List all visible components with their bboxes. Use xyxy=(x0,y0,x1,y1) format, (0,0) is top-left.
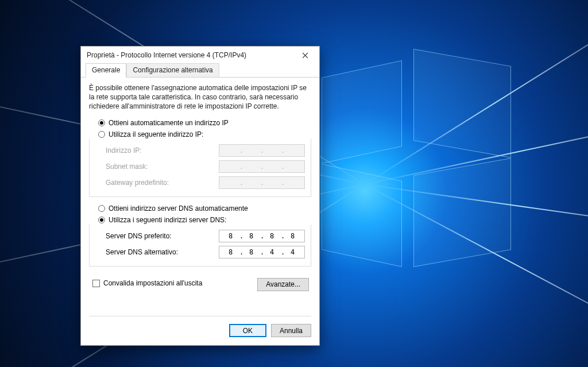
desktop-wallpaper: Proprietà - Protocollo Internet versione… xyxy=(0,0,588,367)
dialog-title: Proprietà - Protocollo Internet versione… xyxy=(87,51,294,59)
cancel-button[interactable]: Annulla xyxy=(271,324,311,337)
gateway-input: ... xyxy=(219,176,305,189)
advanced-button[interactable]: Avanzate... xyxy=(257,278,309,291)
close-button[interactable] xyxy=(294,48,316,62)
radio-icon xyxy=(98,131,105,138)
dialog-body: È possibile ottenere l'assegnazione auto… xyxy=(81,78,319,296)
dns-alternate-input[interactable]: 8. 8. 4. 4 xyxy=(219,246,305,258)
dialog-footer: OK Annulla xyxy=(81,318,319,345)
tab-alternate-config[interactable]: Configurazione alternativa xyxy=(126,63,219,78)
bottom-row: Convalida impostazioni all'uscita Avanza… xyxy=(89,272,311,291)
subnet-mask-input: ... xyxy=(219,160,305,173)
row-ip-address: Indirizzo IP: ... xyxy=(95,142,305,159)
dns-alternate-label: Server DNS alternativo: xyxy=(106,248,219,256)
validate-checkbox-row[interactable]: Convalida impostazioni all'uscita xyxy=(89,277,202,289)
row-gateway: Gateway predefinito: ... xyxy=(95,175,305,191)
radio-label: Ottieni automaticamente un indirizzo IP xyxy=(109,119,229,127)
gateway-label: Gateway predefinito: xyxy=(106,179,219,187)
tab-general[interactable]: Generale xyxy=(86,63,126,78)
ip-radio-group: Ottieni automaticamente un indirizzo IP … xyxy=(89,117,311,140)
tab-bar: Generale Configurazione alternativa xyxy=(81,64,319,78)
ip-address-input: ... xyxy=(219,144,305,157)
ip-address-label: Indirizzo IP: xyxy=(106,146,219,154)
radio-label: Utilizza il seguente indirizzo IP: xyxy=(109,130,203,138)
logo-pane xyxy=(322,164,402,267)
subnet-mask-label: Subnet mask: xyxy=(106,163,219,171)
validate-label: Convalida impostazioni all'uscita xyxy=(103,279,202,287)
radio-ip-auto[interactable]: Ottieni automaticamente un indirizzo IP xyxy=(95,117,305,129)
radio-label: Utilizza i seguenti indirizzi server DNS… xyxy=(109,216,226,224)
radio-icon xyxy=(98,217,105,223)
radio-dns-manual[interactable]: Utilizza i seguenti indirizzi server DNS… xyxy=(95,214,305,226)
row-subnet-mask: Subnet mask: ... xyxy=(95,159,305,175)
tcpip-properties-dialog: Proprietà - Protocollo Internet versione… xyxy=(80,46,320,346)
checkbox-icon xyxy=(92,280,100,287)
logo-pane xyxy=(322,60,402,164)
radio-dns-auto[interactable]: Ottieni indirizzo server DNS automaticam… xyxy=(95,203,305,214)
separator xyxy=(89,316,311,316)
description-text: È possibile ottenere l'assegnazione auto… xyxy=(89,83,311,111)
radio-icon xyxy=(98,119,105,126)
titlebar[interactable]: Proprietà - Protocollo Internet versione… xyxy=(81,47,319,64)
ok-button[interactable]: OK xyxy=(229,324,266,337)
close-icon xyxy=(302,52,308,59)
logo-pane xyxy=(413,49,511,158)
row-dns-alternate: Server DNS alternativo: 8. 8. 4. 4 xyxy=(95,244,305,260)
dns-fields-group: Server DNS preferito: 8. 8. 8. 8 Server … xyxy=(89,225,311,266)
dns-radio-group: Ottieni indirizzo server DNS automaticam… xyxy=(89,203,311,226)
row-dns-preferred: Server DNS preferito: 8. 8. 8. 8 xyxy=(95,228,305,244)
ip-fields-group: Indirizzo IP: ... Subnet mask: ... Gatew… xyxy=(89,139,311,197)
radio-icon xyxy=(98,205,105,212)
logo-pane xyxy=(413,158,511,267)
radio-ip-manual[interactable]: Utilizza il seguente indirizzo IP: xyxy=(95,129,305,140)
radio-label: Ottieni indirizzo server DNS automaticam… xyxy=(109,204,248,213)
dns-preferred-input[interactable]: 8. 8. 8. 8 xyxy=(219,230,305,242)
dns-preferred-label: Server DNS preferito: xyxy=(106,232,219,240)
